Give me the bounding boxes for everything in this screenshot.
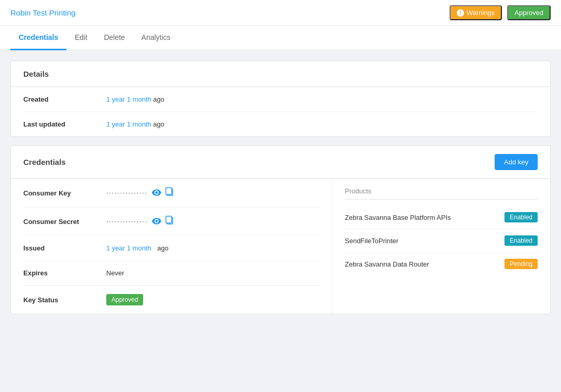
warnings-label: Warnings [467, 9, 495, 17]
created-label: Created [23, 95, 106, 103]
product-status-send-file: Enabled [504, 235, 538, 246]
header-badges: ! Warnings Approved [450, 5, 551, 20]
approved-label: Approved [514, 9, 543, 17]
consumer-key-dots: ··············· [106, 189, 148, 197]
expires-value: Never [106, 269, 124, 277]
tab-delete[interactable]: Delete [95, 26, 133, 50]
consumer-key-label: Consumer Key [23, 189, 106, 197]
key-status-badge: Approved [106, 294, 143, 305]
consumer-key-value: ··············· [106, 187, 174, 199]
details-card-header: Details [11, 61, 550, 87]
expires-label: Expires [23, 269, 106, 277]
consumer-secret-dots: ··············· [106, 218, 148, 225]
last-updated-row: Last updated 1 year 1 month ago [23, 112, 538, 136]
products-title: Products [345, 187, 538, 200]
tab-analytics[interactable]: Analytics [133, 26, 179, 50]
key-status-value: Approved [106, 294, 143, 305]
created-highlight: 1 year 1 month [106, 95, 151, 103]
product-status-data-router: Pending [504, 259, 538, 269]
product-row-zebra-savanna-base: Zebra Savanna Base Platform APIs Enabled [345, 206, 538, 229]
app-header: Robin Test Printing ! Warnings Approved [0, 0, 561, 26]
details-card: Details Created 1 year 1 month ago Last … [10, 61, 551, 137]
product-row-data-router: Zebra Savanna Data Router Pending [345, 253, 538, 275]
warnings-button[interactable]: ! Warnings [450, 5, 502, 20]
main-content: Details Created 1 year 1 month ago Last … [0, 50, 561, 325]
last-updated-label: Last updated [23, 120, 106, 128]
product-name-data-router: Zebra Savanna Data Router [345, 260, 429, 268]
expires-row: Expires Never [23, 261, 319, 286]
svg-rect-3 [166, 216, 172, 223]
issued-row: Issued 1 year 1 month ago [23, 236, 319, 261]
issued-label: Issued [23, 244, 106, 252]
issued-highlight: 1 year 1 month [106, 244, 151, 252]
details-title: Details [23, 69, 49, 78]
product-row-send-file: SendFileToPrinter Enabled [345, 229, 538, 253]
key-status-label: Key Status [23, 296, 106, 304]
consumer-secret-eye-button[interactable] [152, 217, 161, 226]
consumer-key-eye-button[interactable] [152, 189, 161, 198]
product-name-zebra-savanna-base: Zebra Savanna Base Platform APIs [345, 214, 451, 221]
credentials-body: Consumer Key ··············· [11, 179, 550, 314]
approved-badge[interactable]: Approved [507, 5, 551, 20]
tab-credentials[interactable]: Credentials [10, 26, 66, 50]
warning-icon: ! [457, 9, 464, 17]
product-name-send-file: SendFileToPrinter [345, 237, 398, 245]
credentials-left: Consumer Key ··············· [11, 179, 332, 314]
last-updated-value: 1 year 1 month ago [106, 120, 164, 128]
consumer-secret-label: Consumer Secret [23, 218, 106, 226]
issued-value: 1 year 1 month ago [106, 244, 169, 252]
consumer-key-row: Consumer Key ··············· [23, 179, 319, 207]
credentials-card: Credentials Add key Consumer Key ·······… [10, 145, 551, 314]
svg-rect-1 [166, 188, 172, 194]
consumer-secret-value: ··············· [106, 216, 174, 227]
add-key-button[interactable]: Add key [495, 154, 538, 170]
tabs-bar: Credentials Edit Delete Analytics [0, 26, 561, 50]
consumer-secret-copy-button[interactable] [165, 216, 174, 227]
consumer-key-copy-button[interactable] [165, 187, 174, 199]
created-value: 1 year 1 month ago [106, 95, 164, 103]
credentials-card-header: Credentials Add key [11, 146, 550, 179]
last-updated-highlight: 1 year 1 month [106, 120, 151, 128]
app-title[interactable]: Robin Test Printing [10, 8, 76, 17]
credentials-title: Credentials [23, 158, 66, 166]
created-row: Created 1 year 1 month ago [23, 87, 538, 112]
consumer-secret-row: Consumer Secret ··············· [23, 207, 319, 236]
details-card-body: Created 1 year 1 month ago Last updated … [11, 87, 550, 136]
products-section: Products Zebra Savanna Base Platform API… [332, 179, 550, 314]
key-status-row: Key Status Approved [23, 286, 319, 314]
product-status-zebra-savanna-base: Enabled [504, 212, 538, 222]
tab-edit[interactable]: Edit [66, 26, 95, 50]
